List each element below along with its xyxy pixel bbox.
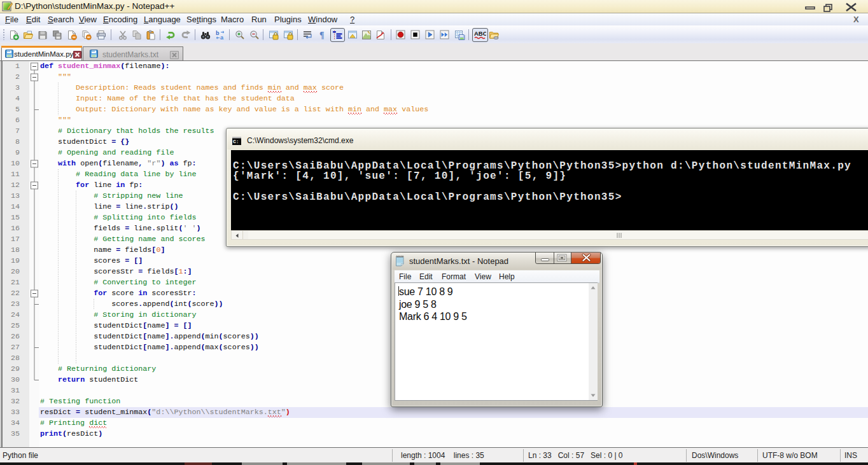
svg-text:C:: C:	[233, 139, 239, 144]
svg-text:b: b	[216, 30, 220, 36]
svg-text:a: a	[220, 34, 224, 40]
svg-text:¶: ¶	[319, 31, 325, 40]
svg-text:ABC: ABC	[474, 30, 486, 37]
